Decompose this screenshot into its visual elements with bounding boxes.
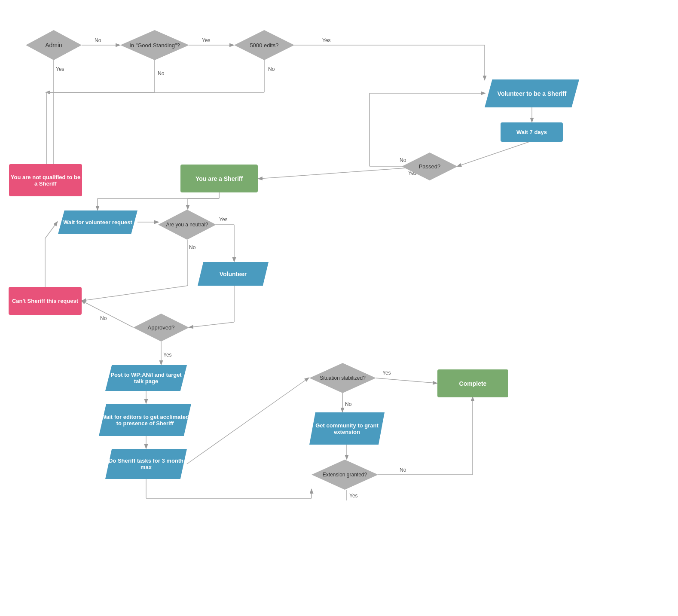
svg-text:No: No (400, 467, 406, 473)
do-sheriff-node: Do Sheriff tasks for 3 month max (105, 449, 187, 479)
svg-line-51 (376, 378, 437, 383)
svg-line-42 (45, 222, 57, 238)
volunteer-sheriff-node: Volunteer to be a Sheriff (485, 79, 579, 107)
svg-line-38 (189, 322, 234, 327)
svg-text:Yes: Yes (322, 37, 331, 43)
svg-text:Yes: Yes (382, 370, 391, 376)
svg-text:No: No (95, 37, 101, 43)
svg-line-17 (458, 141, 532, 166)
svg-line-47 (187, 378, 308, 464)
get-community-node: Get community to grant extension (309, 412, 385, 445)
svg-text:No: No (189, 244, 196, 250)
cant-sheriff-node: Can't Sheriff this request (9, 287, 82, 315)
post-wpan-node: Post to WP:AN/I and target talk page (105, 365, 187, 391)
you-are-sheriff-node: You are a Sheriff (180, 165, 258, 192)
svg-text:Yes: Yes (202, 37, 211, 43)
svg-line-35 (82, 286, 188, 301)
svg-line-22 (259, 166, 430, 179)
svg-text:Yes: Yes (219, 217, 228, 223)
complete-node: Complete (437, 369, 508, 397)
volunteer-node: Volunteer (198, 262, 269, 286)
svg-line-39 (82, 301, 133, 327)
svg-text:Yes: Yes (56, 66, 64, 72)
svg-text:No: No (400, 157, 406, 163)
svg-text:Yes: Yes (349, 493, 358, 499)
svg-text:No: No (345, 401, 352, 407)
wait-volunteer-node: Wait for volunteer request (58, 210, 137, 234)
svg-text:No: No (268, 66, 275, 72)
wait7days-node: Wait 7 days (501, 122, 563, 142)
svg-text:Yes: Yes (163, 352, 172, 358)
svg-text:No: No (158, 70, 165, 76)
not-qualified-node: You are not qualified to be a Sheriff (9, 164, 82, 196)
svg-text:No: No (100, 315, 107, 321)
wait-editors-node: Wait for editors to get acclimated to pr… (99, 404, 191, 436)
